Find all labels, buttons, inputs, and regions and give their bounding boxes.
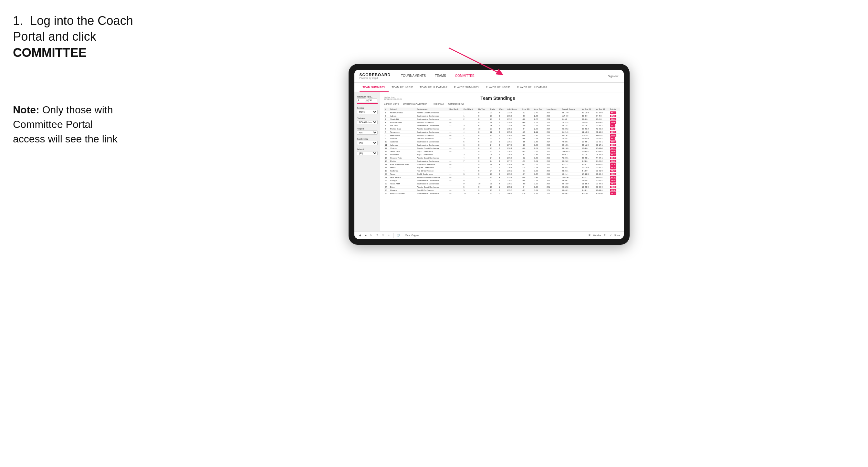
- toolbar-bookmark[interactable]: □: [381, 233, 385, 238]
- filter-region-select[interactable]: N/A: [357, 130, 378, 135]
- table-row: 16FloridaSoutheastern Conference—7924427…: [384, 160, 620, 163]
- cell-value: Atlantic Coast Conference: [416, 185, 448, 189]
- cell-rank: 7: [384, 130, 389, 134]
- nav-committee[interactable]: COMMITTEE: [454, 70, 476, 82]
- cell-value: 10: [462, 192, 477, 195]
- col-reg-rank: Reg Rank: [448, 107, 462, 111]
- cell-value: 11-29-1: [581, 179, 595, 182]
- cell-value: 6: [477, 140, 489, 144]
- cell-value: 9: [477, 111, 489, 114]
- table-title: Team Standings: [480, 96, 515, 101]
- cell-value: 2.01: [533, 147, 546, 150]
- filter-max-input[interactable]: [368, 98, 377, 102]
- sub-nav-player-h2h-grid[interactable]: PLAYER H2H GRID: [483, 83, 514, 92]
- sub-nav-team-h2h-heatmap[interactable]: TEAM H2H HEATMAP: [416, 83, 451, 92]
- cell-value: 8: [477, 118, 489, 121]
- cell-value: -4.0: [521, 121, 533, 124]
- cell-value: 8: [477, 134, 489, 137]
- cell-school: Georgia Tech: [389, 156, 416, 160]
- cell-value: Atlantic Coast Conference: [416, 156, 448, 160]
- toolbar-sep2: [403, 233, 403, 238]
- toolbar-watch[interactable]: Watch ▾: [593, 234, 601, 237]
- cell-value: Big Ten Conference: [416, 166, 448, 169]
- filter-division-select[interactable]: NCAA Division I: [357, 120, 378, 124]
- cell-value: 271: [546, 189, 561, 192]
- toolbar-fullscreen[interactable]: ⤢: [609, 233, 613, 238]
- col-adj-score: Adj. Score: [506, 107, 521, 111]
- cell-rank: 23: [384, 182, 389, 185]
- cell-value: 0.97: [533, 192, 546, 195]
- cell-value: -0.4: [521, 185, 533, 189]
- logo: SCOREBOARD Powered by clippd: [360, 73, 391, 79]
- sub-nav-player-h2h-heatmap[interactable]: PLAYER H2H HEATMAP: [513, 83, 551, 92]
- cell-value: —: [448, 111, 462, 114]
- cell-value: 23-16-2: [595, 163, 609, 166]
- cell-value: 26: [489, 121, 498, 124]
- cell-value: 11-19-0: [581, 130, 595, 134]
- cell-value: 2: [462, 118, 477, 121]
- cell-points: 42.98: [609, 185, 620, 189]
- cell-value: 17-33-8: [581, 173, 595, 176]
- cell-value: 5: [462, 189, 477, 192]
- sub-nav-team-summary[interactable]: TEAM SUMMARY: [360, 83, 389, 92]
- toolbar-clock[interactable]: 🕐: [396, 233, 401, 238]
- cell-value: 22: [489, 130, 498, 134]
- sub-nav-player-summary[interactable]: PLAYER SUMMARY: [451, 83, 483, 92]
- col-low-score: Low Score: [546, 107, 561, 111]
- toolbar-reload[interactable]: ↻: [369, 233, 374, 238]
- instruction-area: 1. Log into the Coach Portal and click C…: [13, 13, 855, 61]
- cell-points: 48.27: [609, 169, 620, 173]
- cell-value: 24: [489, 144, 498, 147]
- cell-value: —: [448, 150, 462, 153]
- cell-value: 277.5: [506, 160, 521, 163]
- sub-nav-team-h2h-grid[interactable]: TEAM H2H GRID: [389, 83, 417, 92]
- toolbar-view[interactable]: View: Original: [405, 234, 419, 237]
- cell-value: 268: [546, 147, 561, 150]
- slider-handle-left[interactable]: [357, 103, 359, 104]
- toolbar-back[interactable]: ◀: [358, 233, 362, 238]
- cell-points: 59.47: [609, 156, 620, 160]
- cell-value: 91-6-0: [561, 118, 581, 121]
- cell-value: 4: [462, 169, 477, 173]
- cell-value: 4: [498, 111, 506, 114]
- cell-value: 92-48-0: [561, 182, 581, 185]
- toolbar-share[interactable]: Share: [614, 234, 621, 237]
- cell-value: 270: [546, 192, 561, 195]
- nav-tournaments[interactable]: TOURNAMENTS: [400, 70, 427, 82]
- cell-value: 61-21-0: [561, 130, 581, 134]
- cell-value: 40-26-2: [595, 127, 609, 130]
- nav-teams[interactable]: TEAMS: [434, 70, 447, 82]
- filter-conference-select[interactable]: (All): [357, 141, 378, 145]
- cell-value: 9: [462, 182, 477, 185]
- filter-gender-select[interactable]: Men's: [357, 110, 378, 114]
- cell-value: 2: [498, 169, 506, 173]
- cell-school: Oklahoma: [389, 153, 416, 156]
- filter-min-input[interactable]: [357, 98, 366, 102]
- filter-school-select[interactable]: (All): [357, 151, 378, 155]
- content-row: Note: Only those with Committee Portal a…: [13, 64, 855, 245]
- cell-value: -3.8: [521, 179, 533, 182]
- cell-value: 4: [498, 127, 506, 130]
- cell-value: 9: [477, 176, 489, 179]
- slider-handle-right[interactable]: [376, 103, 378, 104]
- cell-value: 86-25-1: [561, 134, 581, 137]
- toolbar-share-icon[interactable]: ⬆: [603, 233, 607, 238]
- cell-points: 55.16: [609, 163, 620, 166]
- cell-value: 30-4-0: [581, 114, 595, 118]
- cell-value: Southeastern Conference: [416, 130, 448, 134]
- cell-value: 87-21-2: [561, 163, 581, 166]
- toolbar-add[interactable]: +: [387, 233, 391, 238]
- cell-school: East Tennessee State: [389, 163, 416, 166]
- cell-value: 280.7: [506, 192, 521, 195]
- toolbar-share-small[interactable]: ⬆: [375, 233, 379, 238]
- sign-out-link[interactable]: Sign out: [608, 74, 618, 78]
- cell-value: 88-17-0: [561, 111, 581, 114]
- cell-value: 9: [477, 189, 489, 192]
- cell-value: 40-33-2: [595, 150, 609, 153]
- cell-school: Duke: [389, 185, 416, 189]
- filter-slider[interactable]: [357, 103, 378, 104]
- cell-value: 21: [489, 189, 498, 192]
- toolbar-eye[interactable]: 👁: [587, 233, 592, 238]
- cell-value: 8: [477, 147, 489, 150]
- toolbar-forward[interactable]: ▶: [364, 233, 368, 238]
